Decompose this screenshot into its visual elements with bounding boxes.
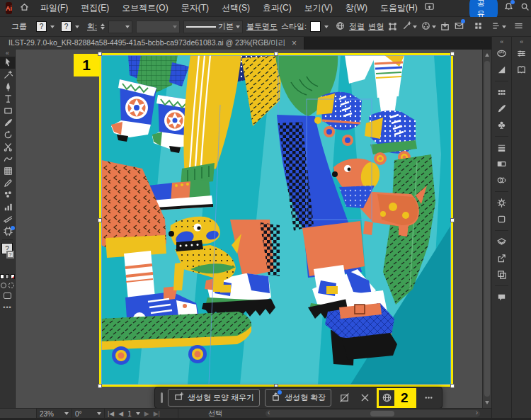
selection-handle[interactable] bbox=[450, 218, 455, 222]
direct-selection-tool[interactable] bbox=[0, 69, 16, 81]
gradient-icon[interactable] bbox=[492, 156, 511, 172]
scroll-right-icon[interactable]: › bbox=[476, 409, 478, 416]
notifications-bell-icon[interactable] bbox=[503, 1, 514, 15]
draw-behind-icon[interactable] bbox=[8, 283, 14, 288]
export-icon[interactable] bbox=[492, 250, 511, 266]
more-options-icon[interactable] bbox=[421, 390, 436, 406]
canvas-area[interactable]: 1 bbox=[16, 50, 482, 408]
dock-collapse-icon[interactable]: « bbox=[0, 50, 15, 57]
color-panel-icon[interactable] bbox=[492, 45, 511, 62]
scroll-down-icon[interactable] bbox=[485, 401, 489, 404]
symbol-sprayer-tool[interactable] bbox=[0, 189, 16, 201]
search-icon[interactable] bbox=[520, 1, 530, 15]
stroke-weight-stepper[interactable] bbox=[101, 23, 105, 30]
tab-close-icon[interactable]: × bbox=[292, 38, 297, 48]
next-artboard-icon[interactable]: ▶ bbox=[144, 410, 149, 417]
color-button[interactable] bbox=[0, 274, 4, 279]
fill-stroke-widget[interactable]: ? ? bbox=[0, 243, 15, 273]
opacity-link[interactable]: 불투명도 bbox=[246, 21, 278, 32]
menu-item[interactable]: 오브젝트(O) bbox=[115, 2, 174, 14]
column-graph-tool[interactable] bbox=[0, 201, 16, 213]
stroke-color-swatch[interactable]: ? bbox=[61, 21, 72, 32]
envelope-icon[interactable] bbox=[454, 21, 464, 33]
shaper-tool[interactable] bbox=[0, 153, 16, 165]
style-swatch[interactable] bbox=[310, 21, 321, 32]
vertical-scrollbar[interactable] bbox=[482, 50, 491, 408]
zoom-select[interactable]: 23% bbox=[37, 409, 72, 419]
layers-icon[interactable] bbox=[492, 234, 511, 250]
generative-expand-button[interactable]: 생성형 확장 bbox=[265, 389, 331, 407]
menu-item[interactable]: 보기(V) bbox=[298, 2, 339, 14]
slice-tool[interactable] bbox=[0, 213, 16, 225]
type-tool[interactable] bbox=[0, 93, 16, 105]
color-guide-icon[interactable] bbox=[492, 62, 511, 78]
stroke-style-select[interactable]: 기본 bbox=[183, 21, 243, 33]
transparency-icon[interactable] bbox=[492, 172, 511, 188]
menu-item[interactable]: 도움말(H) bbox=[374, 2, 424, 14]
rotate-tool[interactable] bbox=[0, 129, 16, 141]
artboard-select-icon[interactable] bbox=[136, 412, 140, 415]
home-icon[interactable] bbox=[19, 1, 30, 15]
panel-menu-icon[interactable] bbox=[513, 21, 524, 33]
crop-image-icon[interactable] bbox=[336, 390, 352, 406]
symbols-icon[interactable] bbox=[492, 117, 511, 133]
scissors-tool[interactable] bbox=[0, 141, 16, 153]
artboards-icon[interactable] bbox=[492, 266, 511, 283]
pen-tool[interactable] bbox=[0, 81, 16, 93]
selection-handle[interactable] bbox=[450, 52, 455, 56]
task-bar-drag-handle[interactable] bbox=[161, 392, 163, 403]
align-link[interactable]: 정렬 bbox=[349, 21, 365, 32]
graphic-styles-icon[interactable] bbox=[492, 211, 511, 227]
scroll-up-icon[interactable] bbox=[485, 53, 489, 57]
share-screen-icon[interactable] bbox=[424, 1, 435, 15]
stroke-weight-select[interactable] bbox=[108, 21, 132, 33]
menu-item[interactable]: 창(W) bbox=[339, 2, 374, 14]
bounding-box-icon[interactable] bbox=[387, 21, 398, 32]
isolate-mode-icon[interactable] bbox=[440, 21, 450, 32]
menu-item[interactable]: 선택(S) bbox=[215, 2, 256, 14]
stroke-weight-link[interactable]: 획: bbox=[87, 21, 97, 32]
menu-item[interactable]: 효과(C) bbox=[256, 2, 298, 14]
appearance-icon[interactable] bbox=[492, 195, 511, 211]
selection-handle[interactable] bbox=[274, 52, 278, 56]
comments-icon[interactable] bbox=[492, 289, 511, 305]
select-similar-icon[interactable] bbox=[401, 21, 417, 33]
pencil-tool[interactable] bbox=[0, 177, 16, 189]
artboard-tool[interactable] bbox=[0, 225, 16, 237]
horizontal-scroll-thumb[interactable] bbox=[370, 411, 394, 416]
scroll-left-icon[interactable]: ‹ bbox=[268, 409, 270, 416]
last-artboard-icon[interactable]: ▶| bbox=[154, 410, 160, 417]
dock-collapse-icon[interactable]: « bbox=[512, 38, 531, 45]
selection-handle[interactable] bbox=[98, 52, 102, 56]
stroke-proxy[interactable]: ? bbox=[6, 251, 14, 259]
globe-icon[interactable] bbox=[379, 390, 394, 406]
properties-icon[interactable] bbox=[512, 45, 531, 62]
dock-collapse-icon[interactable]: « bbox=[492, 38, 511, 45]
selection-handle[interactable] bbox=[98, 218, 102, 222]
app-logo[interactable]: Ai bbox=[6, 2, 12, 14]
selection-handle[interactable] bbox=[98, 384, 102, 388]
prev-artboard-icon[interactable]: ◀ bbox=[118, 410, 123, 417]
paintbrush-tool[interactable] bbox=[0, 117, 16, 129]
none-button[interactable] bbox=[11, 274, 15, 279]
gradient-button[interactable] bbox=[6, 274, 10, 279]
menu-item[interactable]: 파일(F) bbox=[34, 2, 74, 14]
menu-item[interactable]: 문자(T) bbox=[175, 2, 215, 14]
workflow-icon[interactable] bbox=[491, 21, 506, 33]
menu-item[interactable]: 편집(E) bbox=[74, 2, 115, 14]
transform-icon[interactable] bbox=[357, 390, 372, 406]
selection-handle[interactable] bbox=[450, 384, 455, 388]
screen-mode-icon[interactable] bbox=[4, 293, 11, 299]
toolbar-more-icon[interactable]: ••• bbox=[0, 304, 15, 311]
draw-normal-icon[interactable] bbox=[1, 283, 6, 288]
brushes-icon[interactable] bbox=[492, 101, 511, 117]
brush-definition-select[interactable] bbox=[136, 21, 180, 33]
rotation-select[interactable]: 0° bbox=[72, 409, 105, 419]
first-artboard-icon[interactable]: |◀ bbox=[108, 410, 114, 417]
libraries-icon[interactable] bbox=[512, 62, 531, 78]
recolor-artwork-icon[interactable] bbox=[421, 21, 436, 33]
document-tab[interactable]: ILST-29.7.0-ko_KR-82884a58-4495-41a5-bcb… bbox=[0, 37, 304, 50]
vertical-scroll-thumb[interactable] bbox=[484, 61, 490, 397]
document-globe-icon[interactable] bbox=[335, 21, 346, 33]
fill-color-swatch[interactable]: ? bbox=[36, 21, 47, 32]
